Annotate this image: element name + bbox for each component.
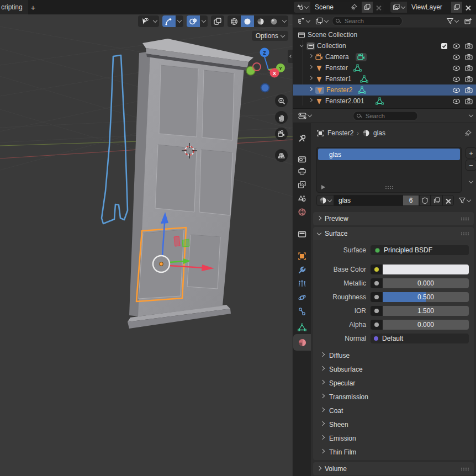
tab-material[interactable] (293, 334, 311, 351)
camera-data-icon[interactable] (356, 53, 367, 61)
viewport-canvas[interactable]: Z Y X (0, 14, 293, 476)
new-material-button[interactable] (431, 195, 442, 206)
panel-preview[interactable]: Preview (313, 212, 474, 225)
scene-unlink-button[interactable] (373, 2, 384, 13)
expand-icon[interactable] (321, 185, 325, 189)
pin-icon[interactable] (464, 130, 472, 137)
outliner-row-fenster2[interactable]: Fenster2 (293, 84, 476, 96)
tab-physics[interactable] (293, 290, 311, 305)
expand-toggle[interactable] (308, 67, 313, 68)
material-slot-selected[interactable]: glas (318, 149, 460, 160)
render-visibility-icon[interactable] (465, 76, 473, 82)
options-button[interactable]: Options (252, 31, 288, 41)
viewport-3d[interactable]: Z Y X (0, 14, 293, 476)
mesh-data-icon[interactable] (375, 97, 384, 105)
new-collection-button[interactable] (462, 16, 474, 27)
tab-collection[interactable] (293, 227, 311, 241)
viewlayer-new-button[interactable] (451, 2, 462, 13)
pin-icon[interactable] (351, 4, 357, 10)
expand-toggle[interactable] (299, 45, 304, 46)
nav-gizmo[interactable]: Z Y X (246, 48, 285, 92)
viewlayer-browse-button[interactable] (390, 2, 407, 13)
tab-object[interactable] (293, 249, 311, 263)
gizmo-plane-x[interactable] (174, 236, 180, 246)
subpanel-coat[interactable]: Coat (321, 404, 469, 417)
shader-select[interactable]: Principled BSDF (371, 245, 469, 255)
ior-slider[interactable]: 1.500 (383, 306, 469, 316)
properties-editor-type[interactable] (297, 111, 313, 121)
workspace-tab-scripting[interactable]: cripting (0, 0, 28, 14)
eye-icon[interactable] (452, 43, 461, 49)
panel-grip[interactable] (461, 232, 469, 236)
remove-material-slot-button[interactable]: − (466, 160, 476, 171)
normal-input[interactable]: Default (371, 334, 469, 343)
outliner-filter-button[interactable] (445, 16, 460, 26)
outliner-row-scene-collection[interactable]: Scene Collection (293, 29, 476, 40)
fake-user-button[interactable] (419, 195, 431, 206)
outliner-row-fenster2-001[interactable]: Fenster2.001 (293, 96, 476, 107)
render-visibility-icon[interactable] (465, 43, 473, 49)
visibility-dropdown[interactable] (151, 15, 159, 27)
outliner-row-fenster1[interactable]: Fenster1 (293, 73, 476, 84)
orthographic-toggle-button[interactable] (275, 149, 288, 162)
eye-icon[interactable] (452, 54, 461, 60)
nav-axis-z-negative[interactable] (261, 84, 269, 92)
outliner-row-fenster[interactable]: Fenster (293, 62, 476, 73)
subpanel-emission[interactable]: Emission (321, 431, 469, 445)
roughness-slider[interactable]: 0.500 (383, 292, 469, 302)
slot-specials-button[interactable] (466, 176, 476, 187)
subpanel-subsurface[interactable]: Subsurface (321, 362, 469, 376)
tab-constraints[interactable] (293, 304, 311, 319)
zoom-button[interactable] (275, 94, 288, 107)
render-visibility-icon[interactable] (465, 65, 473, 71)
subpanel-sheen[interactable]: Sheen (321, 417, 469, 431)
object-fenster2-001-outline[interactable] (102, 55, 128, 224)
metallic-slider[interactable]: 0.000 (383, 278, 469, 288)
expand-toggle[interactable] (308, 56, 313, 57)
shading-rendered-button[interactable] (267, 15, 281, 27)
eye-icon[interactable] (452, 76, 461, 82)
show-overlays-toggle[interactable] (187, 15, 200, 27)
shading-wireframe-button[interactable] (228, 15, 241, 27)
base-color-swatch[interactable] (383, 265, 469, 274)
tab-view-layer[interactable] (293, 177, 311, 192)
tab-output[interactable] (293, 163, 311, 178)
material-name-field[interactable]: glas (334, 195, 403, 206)
roughness-socket[interactable] (371, 292, 383, 302)
outliner-filter-id-type[interactable] (314, 16, 330, 27)
chevron-down-icon[interactable] (469, 113, 473, 117)
tab-modifiers[interactable] (293, 263, 311, 277)
expand-toggle[interactable] (308, 89, 313, 91)
eye-icon[interactable] (452, 87, 461, 93)
subpanel-transmission[interactable]: Transmission (321, 390, 469, 404)
tab-particles[interactable] (293, 277, 311, 291)
render-visibility-icon[interactable] (465, 54, 473, 60)
scene-name[interactable]: Scene (310, 2, 362, 13)
panel-volume[interactable]: Volume (313, 462, 474, 475)
outliner-row-camera[interactable]: Camera (293, 51, 476, 62)
camera-view-button[interactable] (275, 128, 288, 140)
metallic-socket[interactable] (371, 278, 383, 288)
material-users-button[interactable]: 6 (403, 195, 419, 206)
resize-grip[interactable] (385, 186, 394, 189)
breadcrumb-object[interactable]: Fenster2 (327, 129, 353, 137)
show-gizmo-toggle[interactable] (162, 15, 176, 27)
sidebar-toggle[interactable] (288, 50, 293, 63)
render-visibility-icon[interactable] (465, 87, 473, 93)
subpanel-thin-film[interactable]: Thin Film (321, 445, 469, 459)
tab-object-data[interactable] (293, 320, 311, 334)
subpanel-specular[interactable]: Specular (321, 376, 469, 390)
outliner-row-collection[interactable]: Collection (293, 40, 476, 51)
pan-button[interactable] (275, 111, 288, 124)
add-material-slot-button[interactable]: + (466, 147, 476, 158)
shading-dropdown[interactable] (281, 15, 288, 27)
add-workspace-button[interactable]: + (28, 2, 39, 13)
material-link-filter[interactable] (456, 195, 473, 206)
gizmo-plane-y[interactable] (182, 239, 189, 247)
visibility-button[interactable] (138, 15, 151, 27)
expand-toggle[interactable] (308, 101, 313, 102)
nav-axis-x-negative[interactable] (253, 63, 261, 71)
tab-world[interactable] (293, 205, 311, 219)
expand-toggle[interactable] (308, 78, 313, 80)
alpha-socket[interactable] (371, 320, 383, 330)
